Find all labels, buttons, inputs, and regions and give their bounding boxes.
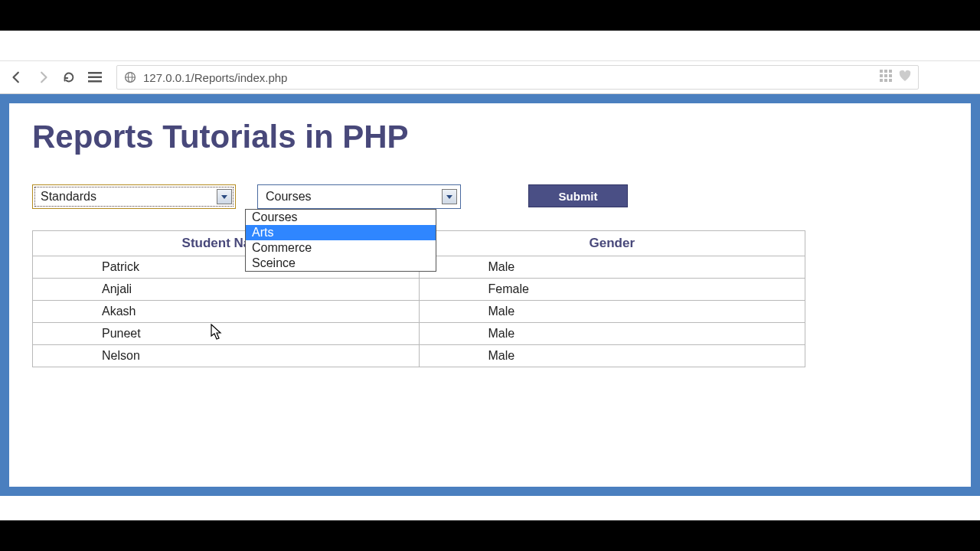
courses-option[interactable]: Arts	[246, 225, 436, 240]
table-row: AnjaliFemale	[33, 279, 805, 301]
cell-student-name: Nelson	[33, 345, 420, 367]
courses-dropdown-list[interactable]: CoursesArtsCommerceSceince	[245, 209, 436, 272]
table-row: AkashMale	[33, 301, 805, 323]
svg-rect-14	[889, 79, 892, 82]
svg-rect-10	[884, 74, 887, 77]
chevron-down-icon	[442, 189, 457, 204]
svg-rect-6	[880, 70, 883, 73]
svg-rect-0	[88, 72, 102, 74]
svg-rect-1	[88, 77, 102, 79]
browser-tab-strip	[0, 31, 980, 61]
site-info-icon[interactable]	[123, 70, 137, 84]
apps-grid-icon[interactable]	[880, 70, 892, 85]
courses-option[interactable]: Commerce	[246, 240, 436, 256]
col-gender: Gender	[419, 231, 805, 256]
svg-rect-9	[880, 74, 883, 77]
reload-button[interactable]	[60, 68, 78, 86]
page-title: Reports Tutorials in PHP	[32, 119, 948, 155]
cell-student-name: Akash	[33, 301, 420, 323]
cell-gender: Male	[419, 345, 805, 367]
svg-rect-11	[889, 74, 892, 77]
forward-button[interactable]	[34, 68, 52, 86]
url-text: 127.0.0.1/Reports/index.php	[143, 71, 874, 84]
courses-select-value: Courses	[266, 190, 312, 204]
table-row: PuneetMale	[33, 323, 805, 345]
cell-gender: Female	[419, 279, 805, 301]
browser-window: 127.0.0.1/Reports/index.php Reports Tuto…	[0, 31, 980, 520]
courses-option[interactable]: Courses	[246, 210, 436, 225]
cell-student-name: Puneet	[33, 323, 420, 345]
courses-option[interactable]: Sceince	[246, 256, 436, 271]
cell-gender: Male	[419, 323, 805, 345]
heart-icon[interactable]	[898, 70, 912, 85]
cell-student-name: Anjali	[33, 279, 420, 301]
back-button[interactable]	[8, 68, 26, 86]
page-viewport: Reports Tutorials in PHP Standards Cours…	[0, 94, 980, 520]
standards-select-value: Standards	[41, 190, 96, 204]
svg-rect-8	[889, 70, 892, 73]
chevron-down-icon	[217, 189, 232, 204]
filter-row: Standards Courses Submit CoursesArtsComm…	[32, 184, 948, 209]
courses-select[interactable]: Courses	[257, 184, 461, 209]
svg-rect-12	[880, 79, 883, 82]
table-row: NelsonMale	[33, 345, 805, 367]
address-bar[interactable]: 127.0.0.1/Reports/index.php	[116, 65, 919, 90]
cell-gender: Male	[419, 301, 805, 323]
browser-toolbar: 127.0.0.1/Reports/index.php	[0, 61, 980, 94]
svg-rect-2	[88, 80, 102, 83]
svg-rect-13	[884, 79, 887, 82]
svg-rect-7	[884, 70, 887, 73]
page-frame: Reports Tutorials in PHP Standards Cours…	[0, 94, 980, 496]
standards-select[interactable]: Standards	[32, 184, 236, 209]
cell-gender: Male	[419, 256, 805, 279]
submit-button[interactable]: Submit	[528, 184, 628, 207]
menu-icon[interactable]	[86, 68, 104, 86]
